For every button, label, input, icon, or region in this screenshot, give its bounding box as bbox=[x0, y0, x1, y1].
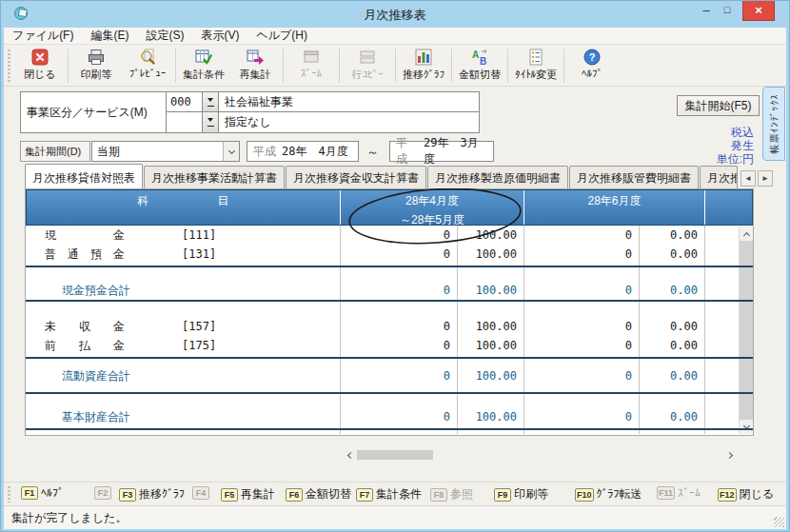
tab-manufacturing-cost[interactable]: 月次推移製造原価明細書 bbox=[427, 166, 568, 188]
service-name-field[interactable]: 社会福祉事業 bbox=[219, 92, 479, 112]
svg-text:?: ? bbox=[589, 51, 596, 63]
account-label: 前 払 金 bbox=[45, 338, 178, 354]
cell-ratio: 0.00 bbox=[639, 245, 704, 264]
close-button[interactable]: × bbox=[742, 1, 775, 21]
toolbar-separator bbox=[339, 49, 340, 83]
era-label: 平成 bbox=[396, 135, 418, 167]
service-dropdown-button[interactable] bbox=[203, 92, 219, 112]
fkey-f4[interactable]: F4 bbox=[192, 486, 212, 500]
fkey-f9[interactable]: F9印刷等 bbox=[494, 486, 548, 502]
print-icon bbox=[87, 48, 106, 67]
tab-scroll-right-button[interactable]: ► bbox=[758, 170, 773, 187]
service2-code-input[interactable] bbox=[167, 112, 203, 132]
report-index-label: 帳票ｲﾝﾃﾞｯｸｽ bbox=[767, 94, 780, 154]
account-label: 普 通 預 金 bbox=[45, 246, 178, 263]
start-aggregation-button[interactable]: 集計開始(F5) bbox=[677, 95, 760, 116]
tab-balance-sheet[interactable]: 月次推移貸借対照表 bbox=[25, 164, 143, 188]
scroll-left-button[interactable] bbox=[342, 448, 356, 462]
cell-ratio: 0.00 bbox=[639, 366, 704, 385]
minimize-button[interactable]: – bbox=[698, 3, 715, 20]
row-copy-icon bbox=[358, 48, 377, 67]
toolbar-preview-button[interactable]: ﾌﾟﾚﾋﾞｭｰ bbox=[122, 47, 173, 85]
tab-scroll-left-button[interactable]: ◄ bbox=[741, 170, 756, 187]
cell-value: 0 bbox=[340, 226, 457, 245]
recalc-icon bbox=[246, 48, 265, 67]
toolbar-help-button[interactable]: ? ﾍﾙﾌﾟ bbox=[566, 47, 618, 85]
cell-ratio: 0.00 bbox=[639, 281, 704, 300]
close-icon bbox=[30, 48, 49, 67]
dropdown-arrow-icon bbox=[207, 98, 213, 105]
fkey-f12[interactable]: F12閉じる bbox=[718, 486, 774, 502]
service2-dropdown-button[interactable] bbox=[203, 112, 219, 132]
tab-cashflow-statement[interactable]: 月次推移資金収支計算書 bbox=[286, 166, 426, 188]
service2-name-field[interactable]: 指定なし bbox=[219, 112, 479, 132]
table-header: 科 目 28年4月度 ～28年5月度 28年6月度 bbox=[26, 189, 753, 226]
toolbar-separator bbox=[395, 49, 396, 83]
fkey-f7[interactable]: F7集計条件 bbox=[356, 486, 422, 502]
toolbar-grip bbox=[8, 49, 10, 82]
toolbar-close-button[interactable]: 閉じる bbox=[14, 47, 66, 85]
service-code-input[interactable]: 000 bbox=[167, 92, 203, 112]
table-row[interactable]: 未 収 金[157] 0 100.00 0 0.00 bbox=[26, 317, 753, 336]
statusbar: 集計が完了しました。 bbox=[4, 505, 786, 529]
app-window: 月次推移表 – □ × ファイル(F) 編集(E) 設定(S) 表示(V) ヘル… bbox=[0, 0, 790, 532]
table-row[interactable]: 前 払 金[175] 0 100.00 0 0.00 bbox=[26, 336, 753, 355]
period-select[interactable]: 当期 bbox=[91, 141, 240, 162]
fkey-f5[interactable]: F5再集計 bbox=[221, 486, 275, 502]
report-index-tab[interactable]: 帳票ｲﾝﾃﾞｯｸｽ bbox=[762, 87, 785, 161]
period-select-button[interactable] bbox=[223, 142, 239, 161]
period-to-field[interactable]: 平成 29年 3月度 bbox=[389, 141, 494, 162]
total-label: 流動資産合計 bbox=[62, 368, 130, 384]
toolbar-conditions-button[interactable]: 集計条件 bbox=[178, 47, 229, 85]
cell-ratio: 0.00 bbox=[639, 226, 704, 245]
fkey-f10[interactable]: F10ｸﾞﾗﾌ転送 bbox=[575, 486, 642, 502]
menu-edit[interactable]: 編集(E) bbox=[82, 28, 137, 44]
toolbar-trend-graph-button[interactable]: 推移ｸﾞﾗﾌ bbox=[398, 47, 449, 85]
table-total-row[interactable]: 基本財産合計 0 100.00 0 0.00 bbox=[26, 407, 753, 426]
toolbar-row-copy-button[interactable]: 行ｺﾋﾟｰ bbox=[342, 47, 393, 85]
service-panel: 事業区分／サービス(M) 000 社会福祉事業 指定なし bbox=[20, 91, 480, 133]
tab-activity-statement[interactable]: 月次推移事業活動計算書 bbox=[144, 166, 285, 188]
toolbar-print-button[interactable]: 印刷等 bbox=[70, 47, 122, 85]
resize-grip[interactable] bbox=[774, 517, 784, 527]
horizontal-scrollbar-thumb[interactable] bbox=[357, 450, 433, 460]
horizontal-scrollbar[interactable] bbox=[342, 448, 738, 462]
fkey-f11[interactable]: F11ｽﾞｰﾑ bbox=[657, 486, 701, 500]
cell-value: 0 bbox=[523, 245, 639, 264]
table-row[interactable]: 普 通 預 金[131] 0 100.00 0 0.00 bbox=[26, 245, 753, 264]
table-total-row[interactable]: 流動資産合計 0 100.00 0 0.00 bbox=[26, 366, 753, 385]
titlebar: 月次推移表 – □ × bbox=[1, 1, 789, 28]
cell-ratio: 100.00 bbox=[457, 281, 523, 300]
period-tilde: ～ bbox=[366, 144, 379, 161]
maximize-button[interactable]: □ bbox=[719, 4, 736, 21]
period-from-date: 28年 4月度 bbox=[282, 144, 348, 160]
toolbar-amount-switch-button[interactable]: AB 金額切替 bbox=[454, 47, 505, 85]
period-from-field[interactable]: 平成 28年 4月度 bbox=[247, 141, 359, 162]
scroll-right-button[interactable] bbox=[723, 448, 738, 462]
fkey-f1[interactable]: F1ﾍﾙﾌﾟ bbox=[21, 486, 64, 500]
fkey-f8[interactable]: F8参照 bbox=[430, 486, 473, 502]
table-row[interactable]: 現 金[111] 0 100.00 0 0.00 bbox=[26, 226, 753, 245]
account-code: [131] bbox=[182, 247, 216, 261]
period-label: 集計期間(D) bbox=[20, 141, 90, 162]
menu-help[interactable]: ヘルプ(H) bbox=[247, 28, 316, 44]
cell-ratio: 100.00 bbox=[457, 366, 523, 385]
menu-file[interactable]: ファイル(F) bbox=[4, 28, 82, 44]
toolbar-recalc-button[interactable]: 再集計 bbox=[229, 47, 281, 85]
cell-value: 0 bbox=[340, 407, 457, 426]
menu-view[interactable]: 表示(V) bbox=[192, 28, 247, 44]
tab-truncated[interactable]: 月次推 bbox=[700, 166, 738, 188]
tab-sga-detail[interactable]: 月次推移販管費明細書 bbox=[569, 166, 699, 188]
menu-settings[interactable]: 設定(S) bbox=[137, 28, 192, 44]
client-area: 事業区分／サービス(M) 000 社会福祉事業 指定なし 集計期間(D) 当期 … bbox=[4, 87, 786, 482]
toolbar-title-change-button[interactable]: ﾀｲﾄﾙ変更 bbox=[510, 47, 562, 85]
title-change-icon bbox=[526, 48, 545, 67]
table-total-row[interactable]: 現金預金合計 0 100.00 0 0.00 bbox=[26, 281, 753, 300]
fkey-f3[interactable]: F3推移ｸﾞﾗﾌ bbox=[119, 486, 185, 502]
fkey-f2[interactable]: F2 bbox=[94, 486, 114, 500]
cell-ratio: 100.00 bbox=[457, 336, 523, 355]
toolbar-zoom-button[interactable]: ｽﾞｰﾑ bbox=[286, 47, 337, 85]
fkey-f6[interactable]: F6金額切替 bbox=[286, 486, 351, 502]
account-label: 現 金 bbox=[45, 227, 178, 244]
section-divider bbox=[26, 266, 753, 267]
